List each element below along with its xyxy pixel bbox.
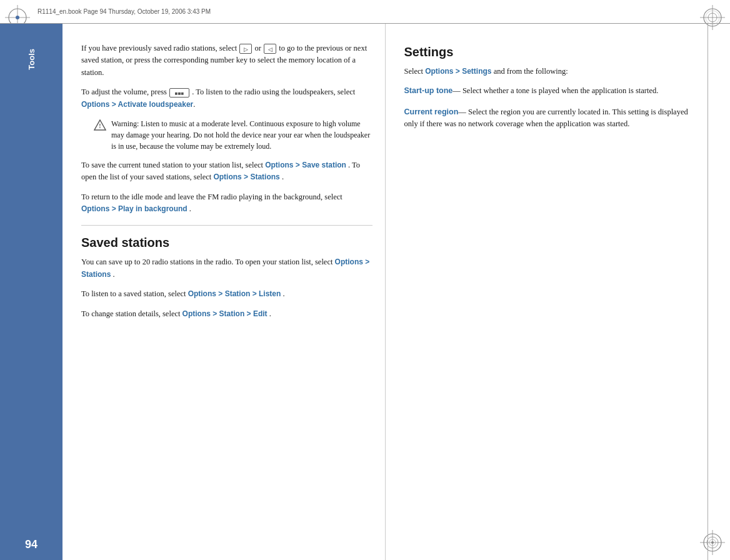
startup-tone-title: Start-up tone (404, 86, 453, 95)
settings-intro: Select Options > Settings and from the f… (404, 66, 696, 78)
para-1: If you have previously saved radio stati… (81, 42, 372, 79)
svg-point-19 (711, 541, 714, 544)
para-4: To return to the idle mode and leave the… (81, 191, 372, 216)
page-number-box: 94 (0, 529, 62, 560)
station-listen-link: Options > Station > Listen (188, 289, 281, 298)
save-station-link: Options > Save station (265, 161, 346, 169)
right-border (708, 24, 708, 560)
startup-tone-text: Start-up tone— Select whether a tone is … (404, 85, 696, 97)
current-region-title: Current region (404, 108, 459, 116)
current-region-text: Current region— Select the region you ar… (404, 106, 696, 131)
options-settings-link: Options > Settings (425, 67, 491, 76)
stations-link-1: Options > Stations (213, 172, 279, 181)
saved-stations-heading: Saved stations (81, 236, 372, 250)
left-column: If you have previously saved radio stati… (62, 24, 386, 560)
station-edit-link: Options > Station > Edit (182, 309, 268, 318)
saved-para-1: You can save up to 20 radio stations in … (81, 256, 372, 281)
next-station-icon: ▷ (239, 44, 252, 54)
play-bg-link: Options > Play in background (81, 204, 188, 213)
section-divider (81, 225, 372, 226)
saved-para-2: To listen to a saved station, select Opt… (81, 288, 372, 300)
svg-text:!: ! (99, 122, 101, 129)
warning-triangle-icon: ! (94, 119, 106, 133)
para-3: To save the current tuned station to you… (81, 159, 372, 184)
header-bar: R1114_en.book Page 94 Thursday, October … (0, 0, 730, 24)
startup-tone-section: Start-up tone— Select whether a tone is … (404, 85, 696, 97)
right-column: Settings Select Options > Settings and f… (386, 24, 708, 560)
header-text: R1114_en.book Page 94 Thursday, October … (38, 8, 211, 15)
warning-text: Warning: Listen to music at a moderate l… (111, 118, 372, 152)
volume-icon: ■■■ (169, 88, 189, 98)
prev-station-icon: ◁ (264, 44, 276, 54)
activate-loudspeaker-link: Options > Activate loudspeaker (81, 100, 193, 109)
current-region-section: Current region— Select the region you ar… (404, 106, 696, 131)
sidebar-label: Tools (27, 49, 36, 70)
settings-heading: Settings (404, 45, 696, 59)
warning-box: ! Warning: Listen to music at a moderate… (94, 118, 372, 152)
main-content: If you have previously saved radio stati… (62, 24, 708, 560)
para-2: To adjust the volume, press ■■■ . To lis… (81, 86, 372, 111)
page-number: 94 (25, 538, 38, 551)
saved-para-3: To change station details, select Option… (81, 308, 372, 320)
sidebar: Tools (0, 24, 62, 560)
